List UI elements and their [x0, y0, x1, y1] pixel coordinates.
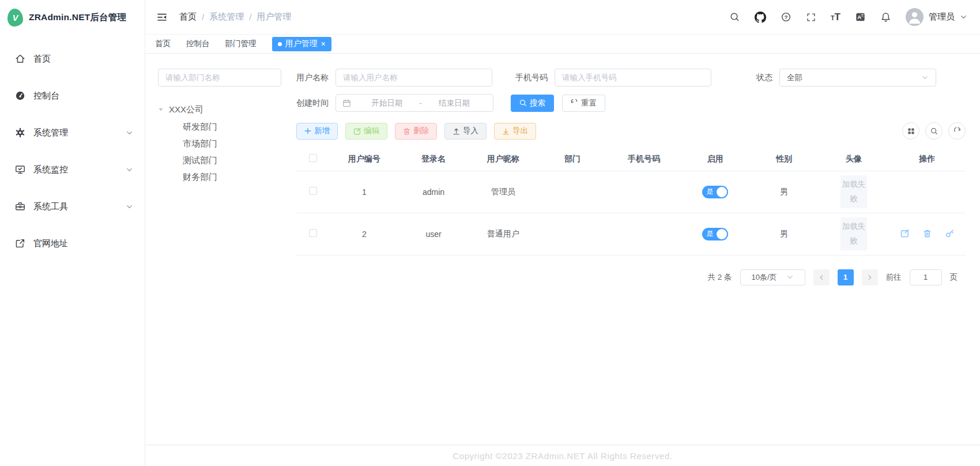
sidebar-item-system-tools[interactable]: 系统工具 [0, 188, 145, 225]
home-icon [14, 53, 26, 65]
font-size-icon[interactable]: TT [831, 12, 840, 22]
logo-letter: V [12, 13, 18, 22]
filter-row-1: 用户名称 手机号码 状态 全部 [296, 69, 966, 87]
tab-dept-management[interactable]: 部门管理 [225, 39, 257, 49]
refresh-icon[interactable] [948, 122, 966, 140]
tree-node-dept[interactable]: 测试部门 [158, 152, 281, 168]
row-edit-icon[interactable] [900, 229, 909, 238]
delete-user-button[interactable]: 删除 [395, 123, 437, 140]
table-row: 2 user 普通用户 是 男 加载失败 [296, 213, 966, 255]
current-page-button[interactable]: 1 [838, 269, 854, 285]
sidebar-item-label: 系统工具 [33, 201, 68, 212]
close-icon[interactable]: × [321, 40, 326, 48]
add-user-button[interactable]: 新增 [296, 123, 338, 140]
avatar-load-failed: 加载失败 [840, 175, 867, 208]
column-header: 头像 [819, 148, 889, 171]
tab-dashboard[interactable]: 控制台 [186, 39, 210, 49]
app-title: ZRAdmin.NET后台管理 [29, 12, 126, 24]
select-all-checkbox[interactable] [309, 154, 317, 162]
table-header-row: 用户编号 登录名 用户昵称 部门 手机号码 启用 性别 头像 操作 [296, 148, 966, 171]
cell-login-name: user [399, 213, 469, 255]
sidebar-item-home[interactable]: 首页 [0, 40, 145, 77]
avatar [906, 8, 924, 26]
columns-grid-icon[interactable] [902, 122, 919, 140]
user-table: 用户编号 登录名 用户昵称 部门 手机号码 启用 性别 头像 操作 1 [296, 148, 966, 255]
sidebar-item-system-monitor[interactable]: 系统监控 [0, 151, 145, 188]
prev-page-button[interactable] [813, 269, 830, 285]
cell-gender: 男 [749, 213, 819, 255]
tree-node-dept[interactable]: 研发部门 [158, 118, 281, 135]
cell-phone [607, 213, 681, 255]
cell-phone [607, 171, 681, 213]
export-button[interactable]: 导出 [494, 123, 536, 140]
language-icon[interactable]: A文 [855, 12, 866, 22]
tree-node-dept[interactable]: 财务部门 [158, 168, 281, 185]
phone-filter-input[interactable] [555, 69, 711, 87]
cell-login-name: admin [399, 171, 469, 213]
date-range-picker[interactable]: 开始日期 - 结束日期 [336, 94, 493, 112]
created-filter-label: 创建时间 [296, 98, 329, 108]
search-button-label: 搜索 [530, 98, 545, 108]
status-select[interactable]: 全部 [779, 69, 936, 87]
sidebar-item-website[interactable]: 官网地址 [0, 225, 145, 262]
github-icon[interactable] [755, 12, 766, 23]
column-header: 用户编号 [330, 148, 399, 171]
cell-actions [888, 213, 966, 255]
toggle-on-label: 是 [706, 229, 713, 239]
sidebar-collapse-icon[interactable] [156, 12, 168, 23]
breadcrumb-home[interactable]: 首页 [179, 12, 197, 22]
edit-button-label: 编辑 [364, 126, 379, 136]
search-button[interactable]: 搜索 [511, 95, 554, 112]
cell-nickname: 普通用户 [468, 213, 538, 255]
row-checkbox[interactable] [309, 187, 317, 195]
svg-text:文: 文 [861, 13, 864, 17]
tree-node-company[interactable]: XXX公司 [158, 101, 281, 118]
search-icon[interactable] [925, 122, 943, 140]
toggle-knob [717, 229, 727, 239]
edit-user-button[interactable]: 编辑 [345, 123, 387, 140]
import-button[interactable]: 导入 [444, 123, 487, 140]
svg-text:?: ? [784, 14, 787, 20]
next-page-button[interactable] [862, 269, 878, 285]
search-icon[interactable] [729, 12, 740, 22]
username-filter-input[interactable] [336, 69, 492, 87]
page-size-value: 10条/页 [751, 272, 777, 283]
enabled-toggle[interactable]: 是 [702, 186, 728, 198]
breadcrumb-section[interactable]: 系统管理 [209, 12, 244, 22]
tree-node-label: XXX公司 [169, 104, 203, 115]
sidebar-item-dashboard[interactable]: 控制台 [0, 77, 145, 114]
enabled-toggle[interactable]: 是 [702, 228, 728, 240]
breadcrumb-separator: / [202, 12, 204, 22]
reset-button-label: 重置 [581, 98, 597, 108]
row-reset-password-key-icon[interactable] [945, 229, 954, 238]
row-checkbox[interactable] [309, 229, 317, 237]
tab-label: 用户管理 [285, 39, 318, 49]
sidebar-menu: 首页 控制台 系统管理 系统监控 [0, 35, 145, 262]
app-logo[interactable]: V ZRAdmin.NET后台管理 [0, 0, 145, 35]
import-button-label: 导入 [463, 126, 478, 136]
bell-icon[interactable] [880, 12, 891, 22]
user-menu[interactable]: 管理员 [906, 8, 967, 26]
page-size-select[interactable]: 10条/页 [740, 269, 805, 285]
question-icon[interactable]: ? [781, 12, 791, 22]
tab-home[interactable]: 首页 [155, 39, 171, 49]
sidebar-item-label: 官网地址 [33, 238, 68, 249]
reset-button[interactable]: 重置 [562, 95, 605, 112]
fullscreen-icon[interactable] [806, 12, 816, 22]
column-header: 性别 [749, 148, 819, 171]
gear-icon [14, 127, 26, 138]
username-filter-label: 用户名称 [296, 73, 329, 83]
sidebar-item-label: 系统管理 [33, 127, 68, 138]
sidebar-item-label: 控制台 [33, 91, 59, 102]
tab-user-management[interactable]: 用户管理 × [272, 37, 331, 51]
row-delete-icon[interactable] [923, 229, 932, 238]
goto-unit-label: 页 [950, 272, 958, 283]
department-search-input[interactable] [158, 69, 281, 87]
dashboard-icon [14, 90, 26, 102]
chevron-down-icon [126, 166, 133, 174]
status-filter-group: 状态 全部 [756, 69, 936, 87]
pagination-total: 共 2 条 [707, 272, 732, 283]
tree-node-dept[interactable]: 市场部门 [158, 135, 281, 152]
goto-page-input[interactable] [910, 269, 942, 285]
sidebar-item-system-management[interactable]: 系统管理 [0, 114, 145, 151]
